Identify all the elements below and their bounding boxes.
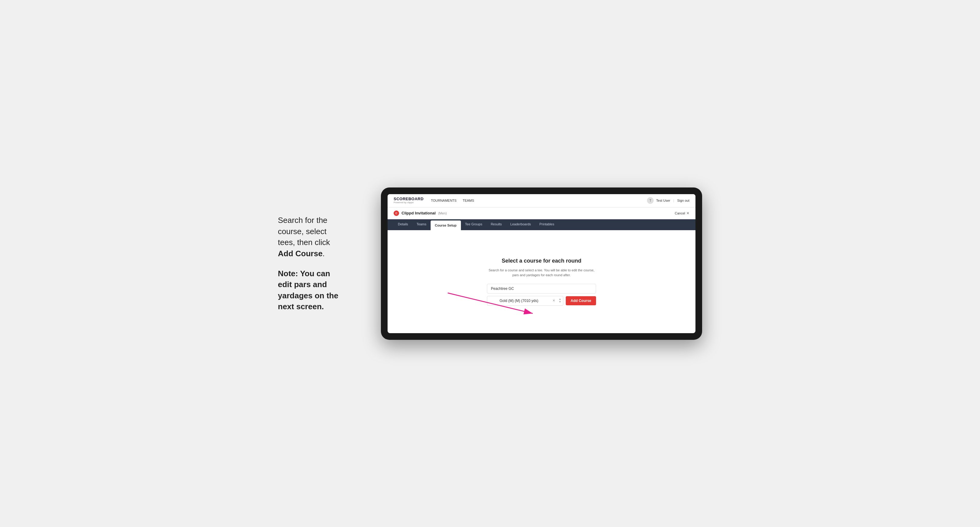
tablet-device: SCOREBOARD Powered by clippd TOURNAMENTS… — [381, 187, 702, 340]
user-avatar: T — [647, 197, 654, 204]
nav-tournaments[interactable]: TOURNAMENTS — [431, 199, 457, 202]
tab-tee-groups[interactable]: Tee Groups — [461, 219, 487, 230]
tournament-header: C Clippd Invitational (Men) Cancel ✕ — [388, 208, 695, 219]
tab-results[interactable]: Results — [486, 219, 506, 230]
tee-arrow-up[interactable]: ▲ — [559, 298, 561, 300]
cancel-button[interactable]: Cancel ✕ — [675, 211, 689, 215]
tee-arrow-down[interactable]: ▼ — [559, 301, 561, 303]
navbar-left: SCOREBOARD Powered by clippd TOURNAMENTS… — [394, 197, 474, 204]
tee-clear-icon[interactable]: ✕ — [550, 298, 557, 303]
tournament-icon: C — [394, 211, 399, 216]
tab-printables[interactable]: Printables — [535, 219, 558, 230]
tee-select-wrapper[interactable]: Gold (M) (M) (7010 yds) ✕ ▲ ▼ — [487, 296, 563, 306]
cancel-label: Cancel — [675, 211, 685, 215]
user-label: Test User — [656, 199, 670, 202]
brand-title: SCOREBOARD — [394, 197, 424, 201]
tab-teams[interactable]: Teams — [412, 219, 431, 230]
instructions-panel: Search for thecourse, selecttees, then c… — [278, 215, 363, 312]
instruction-highlight: Add Course — [278, 249, 323, 258]
tee-select-row: Gold (M) (M) (7010 yds) ✕ ▲ ▼ Add Course — [487, 296, 596, 306]
tee-select-text: Gold (M) (M) (7010 yds) — [487, 296, 550, 305]
tab-course-setup[interactable]: Course Setup — [431, 221, 461, 230]
instruction-text: Search for thecourse, selecttees, then c… — [278, 215, 363, 259]
section-description: Search for a course and select a tee. Yo… — [487, 268, 596, 278]
tournament-name: Clippd Invitational — [401, 211, 436, 215]
tablet-screen: SCOREBOARD Powered by clippd TOURNAMENTS… — [388, 194, 695, 333]
sign-out-link[interactable]: Sign out — [677, 199, 689, 202]
add-course-button[interactable]: Add Course — [566, 296, 596, 305]
note-text: Note: You canedit pars andyardages on th… — [278, 268, 363, 312]
pipe-separator: | — [673, 199, 674, 202]
course-search-input[interactable] — [487, 284, 596, 294]
nav-teams[interactable]: TEAMS — [463, 199, 474, 202]
tee-select-controls: ▲ ▼ — [557, 297, 563, 304]
brand-sub: Powered by clippd — [394, 202, 424, 204]
tab-details[interactable]: Details — [394, 219, 412, 230]
course-section: Select a course for each round Search fo… — [487, 258, 596, 306]
main-content: Select a course for each round Search fo… — [388, 230, 695, 333]
avatar-letter: T — [649, 199, 651, 202]
tabs-bar: Details Teams Course Setup Tee Groups Re… — [388, 219, 695, 230]
nav-links: TOURNAMENTS TEAMS — [431, 199, 474, 202]
section-title: Select a course for each round — [487, 258, 596, 264]
navbar: SCOREBOARD Powered by clippd TOURNAMENTS… — [388, 194, 695, 208]
tournament-type: (Men) — [438, 211, 447, 215]
tournament-title: C Clippd Invitational (Men) — [394, 211, 447, 216]
tab-leaderboards[interactable]: Leaderboards — [506, 219, 535, 230]
cancel-x-icon: ✕ — [686, 211, 689, 215]
brand: SCOREBOARD Powered by clippd — [394, 197, 424, 204]
tournament-icon-letter: C — [395, 212, 398, 215]
navbar-right: T Test User | Sign out — [647, 197, 689, 204]
